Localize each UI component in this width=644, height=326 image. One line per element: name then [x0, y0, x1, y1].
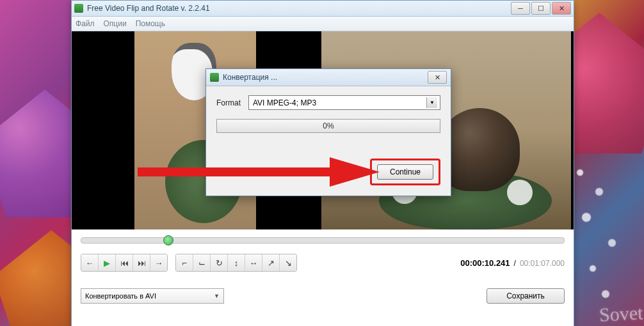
rotate-cw-90-button[interactable]: ⌙	[193, 254, 211, 271]
timeline-slider[interactable]	[81, 237, 565, 244]
maximize-button[interactable]: ☐	[531, 2, 551, 15]
menubar: Файл Опции Помощь	[72, 17, 574, 31]
next-frame-button[interactable]: →	[150, 254, 167, 271]
app-icon	[74, 4, 83, 13]
window-controls: ─ ☐ ✕	[511, 2, 571, 15]
current-time: 00:00:10.241	[460, 258, 510, 268]
progress-text: 0%	[323, 121, 334, 130]
skip-start-button[interactable]: ⏮	[116, 254, 133, 271]
timeline-knob[interactable]	[163, 235, 173, 245]
dialog-title: Конвертация ...	[223, 73, 428, 82]
conversion-dialog: Конвертация ... ✕ Format AVI MPEG-4; MP3…	[205, 68, 451, 196]
continue-highlight: Continue	[370, 159, 440, 185]
skip-end-button[interactable]: ⏭	[133, 254, 150, 271]
flip-diag1-button[interactable]: ↗	[262, 254, 280, 271]
play-button[interactable]: ▶	[99, 254, 116, 271]
flip-horizontal-button[interactable]: ↔	[245, 254, 262, 271]
close-button[interactable]: ✕	[552, 2, 571, 15]
flip-vertical-button[interactable]: ↕	[228, 254, 245, 271]
output-format-value: Конвертировать в AVI	[85, 292, 156, 300]
time-display: 00:00:10.241 / 00:01:07.000	[460, 258, 565, 268]
menu-help[interactable]: Помощь	[136, 19, 165, 28]
prev-frame-button[interactable]: ←	[81, 254, 99, 271]
format-select[interactable]: AVI MPEG-4; MP3 ▼	[248, 95, 440, 110]
chevron-down-icon: ▼	[426, 97, 437, 108]
rotate-ccw-90-button[interactable]: ⌐	[176, 254, 193, 271]
rotate-flip-group: ⌐ ⌙ ↻ ↕ ↔ ↗ ↘	[175, 254, 297, 272]
dialog-close-button[interactable]: ✕	[428, 71, 447, 84]
time-separator: /	[514, 259, 516, 268]
dialog-app-icon	[210, 73, 219, 82]
save-button[interactable]: Сохранить	[487, 288, 565, 304]
continue-button[interactable]: Continue	[377, 164, 433, 180]
titlebar: Free Video Flip and Rotate v. 2.2.41 ─ ☐…	[72, 1, 574, 17]
format-value: AVI MPEG-4; MP3	[253, 98, 316, 107]
chevron-down-icon: ▼	[214, 293, 220, 299]
rotate-180-button[interactable]: ↻	[211, 254, 228, 271]
format-label: Format	[216, 98, 248, 107]
total-time: 00:01:07.000	[520, 259, 565, 268]
output-format-select[interactable]: Конвертировать в AVI ▼	[81, 288, 224, 304]
window-title: Free Video Flip and Rotate v. 2.2.41	[87, 4, 511, 13]
menu-file[interactable]: Файл	[76, 19, 95, 28]
playback-group: ← ▶ ⏮ ⏭ →	[81, 254, 168, 272]
dialog-titlebar: Конвертация ... ✕	[206, 69, 451, 86]
minimize-button[interactable]: ─	[511, 2, 530, 15]
flip-diag2-button[interactable]: ↘	[280, 254, 296, 271]
progress-bar: 0%	[216, 119, 440, 133]
menu-options[interactable]: Опции	[104, 19, 127, 28]
